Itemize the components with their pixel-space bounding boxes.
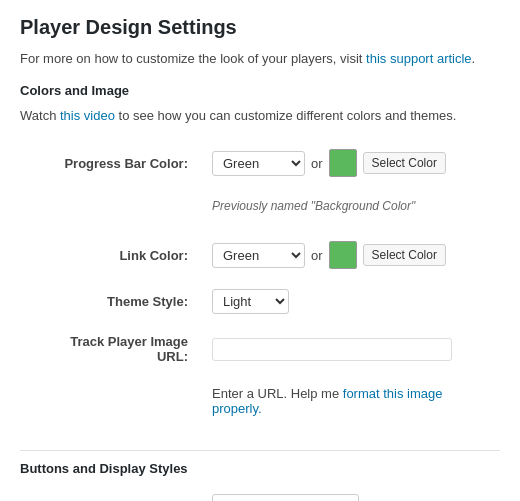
intro-period: .: [472, 51, 476, 66]
link-color-row: Link Color: Green Blue Red Custom or: [20, 231, 500, 279]
link-color-select[interactable]: Green Blue Red Custom: [212, 243, 305, 268]
track-player-image-row: Track Player Image URL:: [20, 324, 500, 374]
colors-intro-end: to see how you can customize different c…: [115, 108, 457, 123]
progress-bar-or: or: [311, 156, 323, 171]
sort-order-row: Sort Order: Newest to Oldest Oldest to N…: [20, 484, 500, 501]
colors-intro-paragraph: Watch this video to see how you can cust…: [20, 106, 500, 126]
sort-order-select[interactable]: Newest to Oldest Oldest to Newest Random: [212, 494, 359, 501]
track-player-image-label: Track Player Image URL:: [20, 324, 200, 374]
section-divider: [20, 450, 500, 451]
progress-bar-color-select[interactable]: Green Blue Red Custom: [212, 151, 305, 176]
track-player-help-row: Enter a URL. Help me format this image p…: [20, 374, 500, 434]
progress-bar-select-color-button[interactable]: Select Color: [363, 152, 446, 174]
this-video-link[interactable]: this video: [60, 108, 115, 123]
link-color-label: Link Color:: [20, 231, 200, 279]
track-player-image-controls: [200, 324, 500, 374]
colors-section-title: Colors and Image: [20, 83, 500, 98]
support-article-link[interactable]: this support article: [366, 51, 472, 66]
progress-bar-note-row: Previously named "Background Color": [20, 187, 500, 231]
buttons-section-title: Buttons and Display Styles: [20, 461, 500, 476]
page-title: Player Design Settings: [20, 16, 500, 39]
sort-order-controls: Newest to Oldest Oldest to Newest Random: [200, 484, 500, 501]
sort-order-label: Sort Order:: [20, 484, 200, 501]
intro-text: For more on how to customize the look of…: [20, 51, 366, 66]
theme-style-label: Theme Style:: [20, 279, 200, 324]
progress-bar-field-row: Green Blue Red Custom or Select Color: [212, 149, 488, 177]
buttons-form-table: Sort Order: Newest to Oldest Oldest to N…: [20, 484, 500, 501]
link-color-select-color-button[interactable]: Select Color: [363, 244, 446, 266]
progress-bar-color-swatch[interactable]: [329, 149, 357, 177]
intro-paragraph: For more on how to customize the look of…: [20, 49, 500, 69]
theme-style-controls: Light Dark: [200, 279, 500, 324]
progress-bar-note: Previously named "Background Color": [212, 197, 488, 221]
link-color-field-row: Green Blue Red Custom or Select Color: [212, 241, 488, 269]
track-player-help-text: Enter a URL. Help me format this image p…: [212, 384, 488, 424]
colors-section: Colors and Image Watch this video to see…: [20, 83, 500, 435]
colors-form-table: Progress Bar Color: Green Blue Red Custo…: [20, 139, 500, 434]
link-color-controls: Green Blue Red Custom or Select Color: [200, 231, 500, 279]
buttons-section: Buttons and Display Styles Sort Order: N…: [20, 461, 500, 501]
colors-intro-text: Watch: [20, 108, 60, 123]
track-player-image-input[interactable]: [212, 338, 452, 361]
progress-bar-label: Progress Bar Color:: [20, 139, 200, 187]
link-color-or: or: [311, 248, 323, 263]
theme-style-select[interactable]: Light Dark: [212, 289, 289, 314]
link-color-swatch[interactable]: [329, 241, 357, 269]
progress-bar-row: Progress Bar Color: Green Blue Red Custo…: [20, 139, 500, 187]
progress-bar-controls: Green Blue Red Custom or Select Color: [200, 139, 500, 187]
theme-style-row: Theme Style: Light Dark: [20, 279, 500, 324]
